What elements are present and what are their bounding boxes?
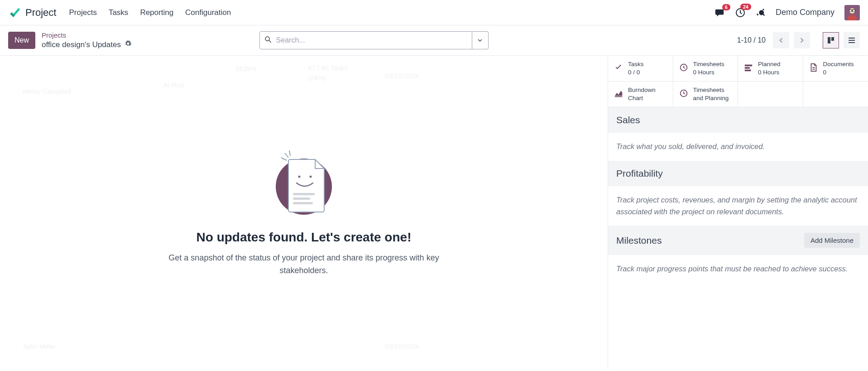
svg-point-14 bbox=[298, 175, 301, 178]
nav-projects[interactable]: Projects bbox=[69, 8, 96, 17]
svg-rect-9 bbox=[831, 37, 834, 41]
svg-point-15 bbox=[310, 175, 312, 178]
stat-documents[interactable]: Documents0 bbox=[803, 56, 868, 82]
breadcrumb-parent[interactable]: Projects bbox=[42, 31, 132, 40]
add-milestone-button[interactable]: Add Milestone bbox=[804, 233, 860, 248]
search-input[interactable] bbox=[259, 31, 472, 49]
svg-line-21 bbox=[281, 158, 287, 160]
gear-icon[interactable] bbox=[125, 40, 132, 50]
stat-timesheets[interactable]: Timesheets0 Hours bbox=[673, 56, 739, 82]
empty-state-illustration bbox=[145, 147, 462, 221]
messages-badge: 6 bbox=[722, 4, 730, 10]
svg-rect-4 bbox=[849, 10, 852, 12]
pager-next[interactable] bbox=[794, 32, 810, 48]
clock-icon bbox=[679, 63, 689, 74]
section-milestones-body: Track major progress points that must be… bbox=[608, 255, 868, 283]
empty-state: No updates found. Let's create one! Get … bbox=[145, 147, 462, 277]
svg-line-7 bbox=[269, 40, 271, 43]
pager-count[interactable]: 1-10 / 10 bbox=[737, 36, 766, 44]
stat-burndown[interactable]: BurndownChart bbox=[608, 82, 673, 107]
nav-configuration[interactable]: Configuration bbox=[185, 8, 231, 17]
section-sales-header: Sales bbox=[608, 107, 868, 133]
view-kanban[interactable] bbox=[823, 32, 839, 48]
svg-rect-23 bbox=[745, 64, 753, 66]
stat-timesheets-planning[interactable]: Timesheetsand Planning bbox=[673, 82, 739, 107]
nav-reporting[interactable]: Reporting bbox=[140, 8, 173, 17]
svg-line-19 bbox=[285, 153, 288, 158]
debug-icon[interactable] bbox=[756, 8, 766, 18]
nav-tasks[interactable]: Tasks bbox=[109, 8, 128, 17]
svg-rect-17 bbox=[293, 198, 310, 200]
empty-state-heading: No updates found. Let's create one! bbox=[145, 230, 462, 245]
document-icon bbox=[809, 63, 819, 74]
svg-rect-18 bbox=[293, 202, 313, 204]
pager-prev[interactable] bbox=[773, 32, 789, 48]
svg-rect-11 bbox=[849, 40, 855, 41]
svg-rect-12 bbox=[849, 42, 855, 43]
svg-rect-5 bbox=[853, 10, 855, 12]
breadcrumb-title: office design's Updates bbox=[42, 40, 121, 50]
breadcrumb: Projects office design's Updates bbox=[42, 31, 132, 50]
svg-rect-8 bbox=[828, 37, 830, 43]
clock-icon bbox=[679, 88, 689, 100]
app-title[interactable]: Project bbox=[25, 7, 56, 19]
svg-line-20 bbox=[289, 150, 290, 156]
section-milestones-header: Milestones Add Milestone bbox=[608, 226, 868, 255]
svg-rect-25 bbox=[745, 69, 751, 71]
stat-tasks[interactable]: Tasks0 / 0 bbox=[608, 56, 673, 82]
svg-point-6 bbox=[265, 37, 269, 41]
svg-rect-24 bbox=[745, 67, 750, 69]
search-dropdown[interactable] bbox=[472, 31, 489, 49]
messages-icon[interactable]: 6 bbox=[714, 8, 725, 18]
area-chart-icon bbox=[614, 88, 623, 100]
planned-icon bbox=[743, 63, 753, 74]
new-button[interactable]: New bbox=[8, 32, 35, 49]
app-logo[interactable] bbox=[8, 6, 21, 19]
empty-state-subtext: Get a snapshot of the status of your pro… bbox=[145, 252, 462, 277]
section-profitability-header: Profitability bbox=[608, 161, 868, 186]
company-selector[interactable]: Demo Company bbox=[776, 8, 834, 17]
view-list[interactable] bbox=[844, 32, 860, 48]
search-icon bbox=[264, 35, 272, 45]
svg-rect-16 bbox=[293, 193, 315, 195]
section-sales-body: Track what you sold, delivered, and invo… bbox=[608, 133, 868, 161]
user-avatar[interactable] bbox=[844, 5, 860, 20]
stat-planned[interactable]: Planned0 Hours bbox=[738, 56, 803, 82]
activities-icon[interactable]: 24 bbox=[735, 7, 746, 18]
check-icon bbox=[614, 63, 623, 74]
svg-rect-10 bbox=[849, 38, 855, 39]
section-profitability-body: Track project costs, revenues, and margi… bbox=[608, 186, 868, 226]
activities-badge: 24 bbox=[740, 4, 751, 10]
